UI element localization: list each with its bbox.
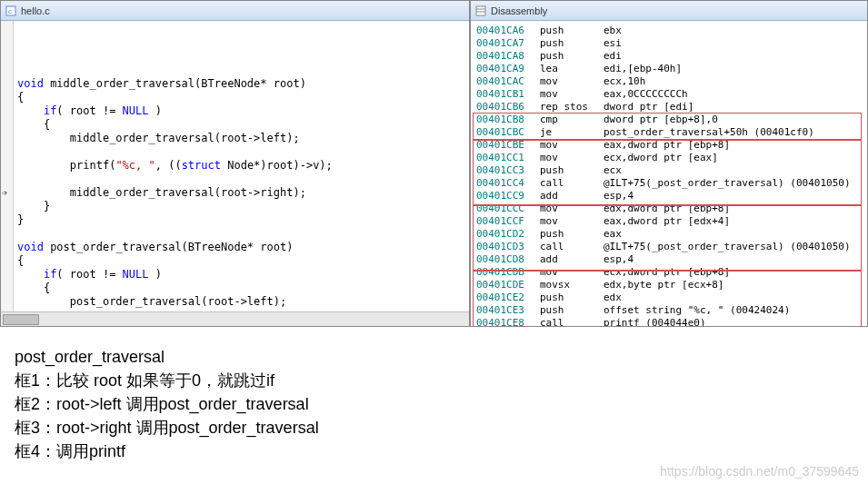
code-line: { xyxy=(17,282,469,295)
addr: 00401CB1 xyxy=(476,88,540,101)
disasm-row[interactable]: 00401CD2pusheax xyxy=(476,228,862,241)
watermark: https://blog.csdn.net/m0_37599645 xyxy=(660,464,859,479)
disasm-row[interactable]: 00401CD8addesp,4 xyxy=(476,253,862,266)
mnemonic: mov xyxy=(540,152,604,164)
mnemonic: call xyxy=(540,317,604,326)
disassembly-icon xyxy=(474,5,487,17)
disasm-row[interactable]: 00401CA7pushesi xyxy=(476,37,862,50)
mnemonic: push xyxy=(540,291,604,304)
disasm-row[interactable]: 00401CC3pushecx xyxy=(476,164,862,177)
addr: 00401CC3 xyxy=(476,164,540,177)
disasm-row[interactable]: 00401CC9addesp,4 xyxy=(476,190,862,202)
code-line: printf("%c, ", ((struct Node*)root)->v); xyxy=(17,159,469,173)
disasm-row[interactable]: 00401CCFmoveax,dword ptr [edx+4] xyxy=(476,215,862,228)
annotation-line-2: 框2：root->left 调用post_order_traversal xyxy=(15,392,319,416)
source-panel: c hello.c ➩ void middle_order_traversal(… xyxy=(0,0,470,327)
operands: edi,[ebp-40h] xyxy=(604,63,682,75)
mnemonic: push xyxy=(540,304,604,317)
disassembly-body[interactable]: 00401CA6pushebx00401CA7pushesi00401CA8pu… xyxy=(471,21,867,326)
disasm-row[interactable]: 00401CA6pushebx xyxy=(476,25,862,37)
addr: 00401CE2 xyxy=(476,291,540,304)
disasm-row[interactable]: 00401CC1movecx,dword ptr [eax] xyxy=(476,152,862,164)
mnemonic: mov xyxy=(540,75,604,88)
annotation-block: post_order_traversal 框1：比较 root 如果等于0，就跳… xyxy=(15,345,319,463)
mnemonic: mov xyxy=(540,202,604,215)
mnemonic: rep stos xyxy=(540,101,604,114)
mnemonic: call xyxy=(540,241,604,253)
mnemonic: push xyxy=(540,37,604,50)
disassembly-title: Disassembly xyxy=(491,5,547,16)
disasm-row[interactable]: 00401CE2pushedx xyxy=(476,291,862,304)
mnemonic: cmp xyxy=(540,114,604,126)
operands: esp,4 xyxy=(604,190,634,202)
mnemonic: mov xyxy=(540,88,604,101)
operands: printf (004044e0) xyxy=(604,317,706,326)
operands: eax,dword ptr [ebp+8] xyxy=(604,139,730,152)
addr: 00401CBE xyxy=(476,139,540,152)
code-line: void post_order_traversal(BTreeNode* roo… xyxy=(17,241,469,254)
disasm-row[interactable]: 00401CB8cmpdword ptr [ebp+8],0 xyxy=(476,114,862,126)
mnemonic: push xyxy=(540,25,604,37)
annotation-line-1: 框1：比较 root 如果等于0，就跳过if xyxy=(15,369,319,392)
addr: 00401CCF xyxy=(476,215,540,228)
mnemonic: mov xyxy=(540,139,604,152)
addr: 00401CA6 xyxy=(476,25,540,37)
source-code-area[interactable]: ➩ void middle_order_traversal(BTreeNode*… xyxy=(1,21,469,311)
addr: 00401CD8 xyxy=(476,253,540,266)
mnemonic: push xyxy=(540,50,604,63)
mnemonic: add xyxy=(540,253,604,266)
addr: 00401CA7 xyxy=(476,37,540,50)
disassembly-titlebar[interactable]: Disassembly xyxy=(471,1,867,21)
mnemonic: mov xyxy=(540,266,604,279)
addr: 00401CDE xyxy=(476,279,540,291)
operands: eax,0CCCCCCCCh xyxy=(604,88,688,101)
operands: ecx xyxy=(604,164,622,177)
disasm-row[interactable]: 00401CA8pushedi xyxy=(476,50,862,63)
operands: post_order_traversal+50h (00401cf0) xyxy=(604,126,814,139)
c-file-icon: c xyxy=(5,5,17,17)
disasm-row[interactable]: 00401CACmovecx,10h xyxy=(476,75,862,88)
annotation-title: post_order_traversal xyxy=(15,345,319,369)
operands: ecx,10h xyxy=(604,75,645,88)
addr: 00401CCC xyxy=(476,202,540,215)
disasm-row[interactable]: 00401CE3pushoffset string "%c, " (004240… xyxy=(476,304,862,317)
addr: 00401CE8 xyxy=(476,317,540,326)
disasm-row[interactable]: 00401CDBmovecx,dword ptr [ebp+8] xyxy=(476,266,862,279)
addr: 00401CB8 xyxy=(476,114,540,126)
disasm-row[interactable]: 00401CBEmoveax,dword ptr [ebp+8] xyxy=(476,139,862,152)
addr: 00401CD2 xyxy=(476,228,540,241)
mnemonic: mov xyxy=(540,215,604,228)
disasm-row[interactable]: 00401CC4call@ILT+75(_post_order_traversa… xyxy=(476,177,862,190)
code-line xyxy=(17,145,469,159)
operands: @ILT+75(_post_order_traversal) (00401050… xyxy=(604,241,851,253)
scrollbar-horizontal[interactable] xyxy=(1,311,469,326)
disasm-row[interactable]: 00401CA9leaedi,[ebp-40h] xyxy=(476,63,862,75)
disasm-row[interactable]: 00401CE8callprintf (004044e0) xyxy=(476,317,862,326)
disasm-row[interactable]: 00401CB1moveax,0CCCCCCCCh xyxy=(476,88,862,101)
disassembly-panel: Disassembly 00401CA6pushebx00401CA7pushe… xyxy=(470,0,868,327)
code-line xyxy=(17,309,469,311)
code-line: void middle_order_traversal(BTreeNode* r… xyxy=(17,77,469,91)
code-line: middle_order_traversal(root->left); xyxy=(17,132,469,145)
code-line xyxy=(17,173,469,186)
source-titlebar[interactable]: c hello.c xyxy=(1,1,469,21)
disasm-row[interactable]: 00401CBCjepost_order_traversal+50h (0040… xyxy=(476,126,862,139)
disasm-row[interactable]: 00401CB6rep stosdword ptr [edi] xyxy=(476,101,862,114)
disasm-row[interactable]: 00401CCCmovedx,dword ptr [ebp+8] xyxy=(476,202,862,215)
addr: 00401CBC xyxy=(476,126,540,139)
code-line: { xyxy=(17,118,469,132)
operands: eax xyxy=(604,228,622,241)
operands: edx,byte ptr [ecx+8] xyxy=(604,279,723,291)
mnemonic: lea xyxy=(540,63,604,75)
mnemonic: call xyxy=(540,177,604,190)
disasm-row[interactable]: 00401CDEmovsxedx,byte ptr [ecx+8] xyxy=(476,279,862,291)
code-line: if( root != NULL ) xyxy=(17,104,469,118)
annotation-line-4: 框4：调用printf xyxy=(15,440,319,463)
code-line: } xyxy=(17,213,469,227)
operands: esp,4 xyxy=(604,253,634,266)
svg-rect-2 xyxy=(476,6,485,15)
gutter xyxy=(1,21,14,311)
scrollbar-thumb[interactable] xyxy=(3,314,39,325)
disasm-row[interactable]: 00401CD3call@ILT+75(_post_order_traversa… xyxy=(476,241,862,253)
mnemonic: push xyxy=(540,228,604,241)
